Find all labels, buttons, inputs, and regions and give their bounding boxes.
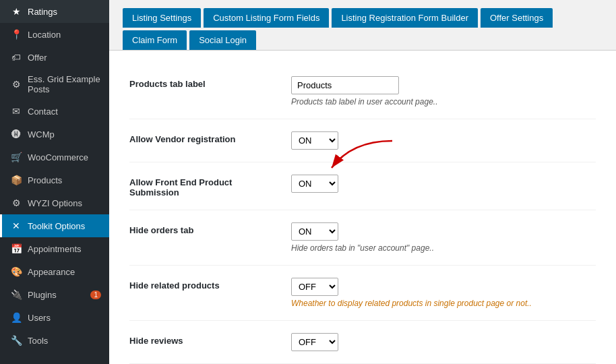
form-hint-products-tab-label: Products tab label in user account page.… <box>291 97 596 107</box>
sidebar-item-label: WCMp <box>28 129 55 140</box>
form-row-hide-reviews: Hide reviewsONOFF <box>129 321 596 364</box>
sidebar-item-offer[interactable]: 🏷 Offer <box>0 46 109 69</box>
tools-icon: 🔧 <box>10 334 22 346</box>
sidebar-item-users[interactable]: 👤 Users <box>0 306 109 329</box>
sidebar-item-location[interactable]: 📍 Location <box>0 23 109 46</box>
wcmp-icon: 🅦 <box>10 128 22 140</box>
form-control-wrap-hide-orders-tab: ONOFFHide orders tab in "user account" p… <box>291 222 596 253</box>
form-control-wrap-products-tab-label: Products tab label in user account page.… <box>291 76 596 107</box>
sidebar-item-label: Appointments <box>28 244 82 254</box>
plugins-badge: 1 <box>90 291 101 299</box>
users-icon: 👤 <box>10 311 22 324</box>
sidebar-item-appearance[interactable]: 🎨 Appearance <box>0 260 109 283</box>
woocommerce-icon: 🛒 <box>10 151 22 163</box>
form-label-allow-front-end-product-submission: Allow Front End Product Submission <box>129 175 278 198</box>
sidebar-item-toolkit-options[interactable]: ✕ Toolkit Options <box>0 214 109 237</box>
products-icon: 📦 <box>10 174 22 186</box>
tab-claim-form[interactable]: Claim Form <box>123 30 187 50</box>
sidebar-item-label: Offer <box>28 53 47 63</box>
sidebar-item-ess-grid[interactable]: ⚙ Ess. Grid Example Posts <box>0 69 109 100</box>
sidebar-item-label: Contact <box>28 107 58 117</box>
sidebar-item-label: Plugins <box>28 290 57 300</box>
form-label-hide-orders-tab: Hide orders tab <box>129 222 278 235</box>
sidebar-item-label: Products <box>28 175 62 185</box>
sidebar-item-contact[interactable]: ✉ Contact <box>0 100 109 123</box>
sidebar-item-products[interactable]: 📦 Products <box>0 169 109 191</box>
form-hint-hide-orders-tab: Hide orders tab in "user account" page.. <box>291 243 596 253</box>
sidebar-item-wcmp[interactable]: 🅦 WCMp <box>0 123 109 146</box>
appearance-icon: 🎨 <box>10 266 22 278</box>
sidebar-item-label: Ess. Grid Example Posts <box>28 74 101 94</box>
select-hide-reviews[interactable]: ONOFF <box>291 333 338 351</box>
sidebar-item-label: WYZI Options <box>28 198 82 208</box>
sidebar-item-woocommerce[interactable]: 🛒 WooCommerce <box>0 146 109 169</box>
tab-custom-listing-form-fields[interactable]: Custom Listing Form Fields <box>204 8 329 28</box>
form-label-allow-vendor-registration: Allow Vendor registration <box>129 131 278 144</box>
form-hint-hide-related-products: Wheather to display related products in … <box>291 299 596 308</box>
sidebar-item-wyzi-options[interactable]: ⚙ WYZI Options <box>0 191 109 214</box>
plugins-icon: 🔌 <box>10 289 22 301</box>
contact-icon: ✉ <box>10 105 22 117</box>
sidebar-item-label: Location <box>28 30 61 40</box>
form-row-allow-front-end-product-submission: Allow Front End Product Submission ONOFF <box>129 162 596 210</box>
form-row-allow-vendor-registration: Allow Vendor registrationONOFF <box>129 119 596 162</box>
sidebar-item-label: Users <box>28 313 51 323</box>
sidebar-item-label: WooCommerce <box>28 152 88 162</box>
tab-social-login[interactable]: Social Login <box>189 30 256 50</box>
tabs-bar: Listing SettingsCustom Listing Form Fiel… <box>109 0 616 51</box>
form-label-products-tab-label: Products tab label <box>129 76 278 89</box>
form-row-hide-related-products: Hide related productsONOFFWheather to di… <box>129 266 596 321</box>
sidebar-item-ratings[interactable]: ★ Ratings <box>0 0 109 23</box>
sidebar-item-label: Ratings <box>28 7 57 17</box>
sidebar: ★ Ratings 📍 Location 🏷 Offer ⚙ Ess. Grid… <box>0 0 109 364</box>
main-content: Listing SettingsCustom Listing Form Fiel… <box>109 0 616 364</box>
form-row-products-tab-label: Products tab labelProducts tab label in … <box>129 64 596 119</box>
select-allow-vendor-registration[interactable]: ONOFF <box>291 131 338 150</box>
form-label-hide-related-products: Hide related products <box>129 278 278 291</box>
ess-grid-icon: ⚙ <box>10 78 22 90</box>
appointments-icon: 📅 <box>10 243 22 255</box>
sidebar-item-label: Appearance <box>28 267 75 277</box>
wyzi-options-icon: ⚙ <box>10 197 22 209</box>
location-icon: 📍 <box>10 28 22 40</box>
form-control-wrap-hide-related-products: ONOFFWheather to display related product… <box>291 278 596 308</box>
form-control-wrap-allow-front-end-product-submission: ONOFF <box>291 175 596 193</box>
form-control-wrap-hide-reviews: ONOFF <box>291 333 596 351</box>
form-row-hide-orders-tab: Hide orders tabONOFFHide orders tab in "… <box>129 210 596 266</box>
offer-icon: 🏷 <box>10 51 22 63</box>
select-hide-related-products[interactable]: ONOFF <box>291 278 338 296</box>
input-products-tab-label[interactable] <box>291 76 399 94</box>
select-hide-orders-tab[interactable]: ONOFF <box>291 222 338 241</box>
sidebar-item-tools[interactable]: 🔧 Tools <box>0 329 109 352</box>
sidebar-item-appointments[interactable]: 📅 Appointments <box>0 237 109 260</box>
form-label-hide-reviews: Hide reviews <box>129 333 278 346</box>
sidebar-item-plugins[interactable]: 🔌 Plugins 1 <box>0 283 109 306</box>
sidebar-item-label: Tools <box>28 336 48 346</box>
toolkit-options-icon: ✕ <box>10 220 22 232</box>
tab-listing-registration-form-builder[interactable]: Listing Registration Form Builder <box>332 8 478 28</box>
tab-listing-settings[interactable]: Listing Settings <box>123 8 201 28</box>
arrow-wrapper: ONOFF <box>291 175 596 193</box>
content-area: Products tab labelProducts tab label in … <box>109 51 616 364</box>
select-allow-front-end-product-submission[interactable]: ONOFF <box>291 175 338 193</box>
tab-offer-settings[interactable]: Offer Settings <box>481 8 553 28</box>
sidebar-item-label: Toolkit Options <box>28 221 85 231</box>
form-control-wrap-allow-vendor-registration: ONOFF <box>291 131 596 150</box>
ratings-icon: ★ <box>10 5 22 18</box>
